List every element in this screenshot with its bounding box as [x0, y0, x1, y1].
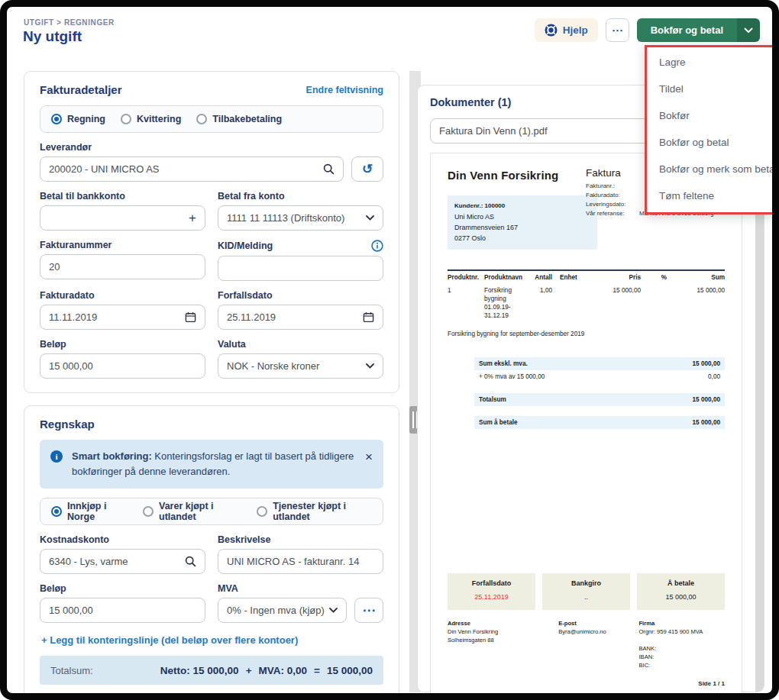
invoice-details-title: Fakturadetaljer: [40, 83, 122, 96]
help-button-label: Hjelp: [563, 24, 588, 36]
change-field-view-link[interactable]: Endre feltvisning: [306, 85, 383, 95]
chevron-down-icon: [366, 215, 374, 221]
info-circle-icon: i: [50, 450, 63, 463]
pdf-meta-label: Fakturadato:: [586, 191, 635, 200]
pdf-footer: Adresse Din Venn Forsikring Solheimsgate…: [448, 619, 725, 669]
pay-to-input[interactable]: +: [40, 205, 205, 231]
chevron-down-icon: [366, 363, 374, 369]
history-icon: ↺: [362, 161, 373, 177]
supplier-input[interactable]: 200020 - UNI MICRO AS: [40, 156, 344, 182]
calendar-icon[interactable]: [363, 311, 374, 323]
radio-icon: [196, 114, 207, 124]
vat-label: MVA: [218, 583, 383, 594]
radio-icon: [257, 506, 267, 517]
calendar-icon[interactable]: [185, 311, 196, 323]
breadcrumb[interactable]: UTGIFT > REGNINGER: [24, 18, 115, 27]
kid-label: KID/Melding: [218, 240, 273, 251]
primary-button-caret[interactable]: [737, 18, 760, 42]
menu-item-tildel[interactable]: Tildel: [647, 76, 772, 102]
page-title: Ny utgift: [23, 28, 82, 45]
help-button[interactable]: Hjelp: [535, 18, 598, 42]
header-actions: Hjelp ⋯ Bokfør og betal: [535, 18, 760, 42]
pay-from-label: Betal fra konto: [218, 191, 383, 202]
pay-to-label: Betal til bankkonto: [40, 191, 205, 202]
pay-from-select[interactable]: 1111 11 11113 (Driftskonto): [218, 205, 383, 231]
search-icon[interactable]: [323, 163, 335, 175]
radio-regning[interactable]: Regning: [51, 114, 105, 124]
pdf-bankgiro-box: Bankgiro ..: [542, 573, 630, 610]
book-and-pay-button[interactable]: Bokfør og betal: [637, 18, 737, 42]
menu-item-bokfor[interactable]: Bokfør: [647, 102, 772, 129]
primary-split-button: Bokfør og betal: [637, 18, 760, 42]
radio-selected-icon: [51, 114, 62, 124]
total-sum-values: Netto: 15 000,00 + MVA: 0,00 = 15 000,00: [160, 665, 373, 676]
more-actions-button[interactable]: ⋯: [606, 18, 629, 42]
radio-tjenester-utlandet[interactable]: Tjenester kjøpt i utlandet: [257, 501, 372, 522]
total-sum-label: Totalsum:: [50, 665, 93, 676]
ellipsis-icon: ⋯: [612, 24, 623, 37]
currency-select[interactable]: NOK - Norske kroner: [218, 353, 383, 379]
kid-input[interactable]: [218, 256, 383, 281]
pdf-meta-label: Fakturanr.:: [586, 182, 635, 191]
alert-bold-text: Smart bokføring:: [72, 450, 152, 462]
menu-item-bokfor-og-merk-som-betalt[interactable]: Bokfør og merk som betalt: [647, 156, 772, 182]
line-amount-input[interactable]: 15 000,00: [40, 598, 205, 623]
search-icon[interactable]: [185, 556, 196, 567]
radio-selected-icon: [51, 506, 62, 517]
pdf-table-row: 1 Forsikring bygning 01.09.19-31.12.19 1…: [448, 283, 725, 323]
vat-more-button[interactable]: ⋯: [354, 598, 383, 623]
description-input[interactable]: UNI MICRO AS - fakturanr. 14: [218, 549, 383, 574]
add-bank-account-icon[interactable]: +: [189, 211, 196, 226]
close-icon[interactable]: ×: [365, 450, 373, 463]
pdf-page-number: Side 1 / 1: [448, 680, 725, 687]
cost-account-label: Kostnadskonto: [40, 534, 205, 545]
pdf-meta-label: Vår referanse:: [586, 209, 635, 218]
pdf-customer-box: Kundenr.: 100000 Uni Micro AS Drammensve…: [448, 195, 597, 250]
menu-item-lagre[interactable]: Lagre: [647, 49, 772, 76]
radio-kvittering[interactable]: Kvittering: [121, 114, 181, 124]
add-posting-line-link[interactable]: + Legg til konteringslinje (del beløp ov…: [41, 634, 382, 646]
purchase-type-radio-group: Innkjøp i Norge Varer kjøpt i utlandet T…: [40, 498, 383, 525]
accounting-panel: Regnskap i Smart bokføring: Konteringsfo…: [24, 405, 399, 699]
pdf-product-table: Produktnr. Produktnavn Antall Enhet Pris…: [448, 269, 725, 323]
radio-varer-utlandet[interactable]: Varer kjøpt i utlandet: [143, 501, 241, 522]
invoice-date-label: Fakturadato: [40, 290, 205, 301]
life-buoy-icon: [545, 24, 558, 37]
invoice-details-panel: Fakturadetaljer Endre feltvisning Regnin…: [24, 71, 399, 393]
smart-booking-alert: i Smart bokføring: Konteringsforslag er …: [40, 440, 383, 489]
radio-icon: [121, 114, 131, 124]
cost-account-input[interactable]: 6340 - Lys, varme: [40, 549, 205, 574]
supplier-label: Leverandør: [40, 142, 383, 153]
book-and-pay-dropdown-menu: Lagre Tildel Bokfør Bokfør og betal Bokf…: [645, 45, 774, 215]
currency-label: Valuta: [218, 339, 383, 350]
pdf-due-date-box: Forfallsdato 25.11.2019: [448, 573, 535, 610]
app-window: UTGIFT > REGNINGER Ny utgift Hjelp ⋯ Bok…: [0, 0, 779, 700]
pdf-note: Forsikring bygning for september-desembe…: [448, 331, 725, 337]
ellipsis-icon: ⋯: [363, 602, 376, 618]
pdf-to-pay-box: Å betale 15 000,00: [637, 573, 725, 610]
amount-label: Beløp: [40, 339, 205, 350]
menu-item-tom-feltene[interactable]: Tøm feltene: [647, 182, 772, 209]
supplier-history-button[interactable]: ↺: [351, 156, 383, 182]
radio-tilbakebetaling[interactable]: Tilbakebetaling: [196, 114, 282, 124]
radio-innkjop-norge[interactable]: Innkjøp i Norge: [51, 501, 128, 522]
expense-type-radio-group: Regning Kvittering Tilbakebetaling: [40, 105, 383, 133]
due-date-input[interactable]: 25.11.2019: [218, 305, 383, 330]
invoice-date-input[interactable]: 11.11.2019: [40, 305, 205, 330]
left-column: Fakturadetaljer Endre feltvisning Regnin…: [24, 71, 399, 699]
total-sum-bar: Totalsum: Netto: 15 000,00 + MVA: 0,00 =…: [40, 656, 383, 685]
due-date-label: Forfallsdato: [218, 290, 383, 301]
invoice-number-input[interactable]: 20: [40, 254, 205, 279]
pdf-summary: Sum ekskl. mva.15 000,00 + 0% mva av 15 …: [474, 357, 725, 429]
amount-input[interactable]: 15 000,00: [40, 353, 205, 379]
description-label: Beskrivelse: [218, 534, 383, 545]
chevron-down-icon: [744, 27, 753, 34]
line-amount-label: Beløp: [40, 583, 205, 594]
menu-item-bokfor-og-betal[interactable]: Bokfør og betal: [647, 129, 772, 156]
accounting-title: Regnskap: [40, 418, 95, 431]
chevron-down-icon: [329, 608, 338, 613]
vat-select[interactable]: 0% - Ingen mva (kjøp): [218, 598, 347, 623]
invoice-number-label: Fakturanummer: [40, 240, 205, 250]
info-icon[interactable]: [371, 240, 383, 252]
radio-icon: [143, 506, 154, 517]
